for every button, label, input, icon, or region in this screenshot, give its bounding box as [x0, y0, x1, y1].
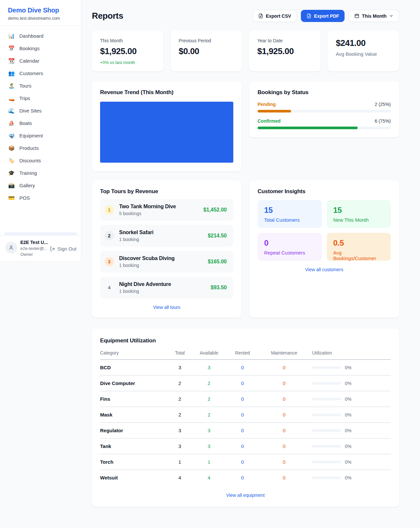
- sailboat-icon: ⛵: [8, 121, 15, 126]
- export-pdf-label: Export PDF: [314, 13, 339, 19]
- stat-card-this-month: This Month $1,925.00 +0% vs last month: [92, 30, 163, 71]
- user-email: e2e-tester@...: [20, 246, 48, 251]
- user-section: E2E Test U... e2e-tester@... Owner Sign …: [0, 235, 81, 261]
- customer-insights-card: Customer Insights 15 Total Customers 15 …: [249, 180, 399, 318]
- table-row: Regulator 3 3 0 0 0%: [100, 423, 391, 438]
- top-tours-card: Top Tours by Revenue 1 Two Tank Morning …: [92, 180, 242, 318]
- file-download-icon: [258, 13, 263, 18]
- sidebar-item-calendar[interactable]: 📆 Calendar: [4, 55, 77, 67]
- utilization-bar: [312, 429, 341, 432]
- table-row: Dive Computer 2 2 0 0 0%: [100, 376, 391, 391]
- insight-value: 15: [333, 206, 385, 215]
- stats-row: This Month $1,925.00 +0% vs last month P…: [92, 30, 399, 71]
- utilization-percent: 0%: [345, 459, 351, 465]
- view-all-customers-link[interactable]: View all customers: [258, 267, 391, 272]
- utilization-bar: [312, 477, 341, 479]
- insight-label: New This Month: [333, 217, 385, 223]
- progress-track: [258, 127, 391, 129]
- tour-bookings: 1 booking: [119, 237, 154, 242]
- cell-rented: 0: [224, 407, 261, 423]
- status-row-confirmed: Confirmed 6 (75%): [258, 118, 391, 129]
- table-row: Torch 1 1 0 0 0%: [100, 454, 391, 470]
- tour-row: 3 Discover Scuba Diving 1 booking $165.0…: [100, 251, 233, 273]
- sidebar-item-products[interactable]: 📦 Products: [4, 142, 77, 154]
- view-all-tours-link[interactable]: View all tours: [100, 305, 233, 310]
- cell-total: 2: [166, 376, 194, 391]
- sidebar-item-discounts[interactable]: 🏷️ Discounts: [4, 155, 77, 166]
- sidebar-item-label: Calendar: [19, 58, 39, 64]
- sidebar-item-label: Customers: [19, 71, 43, 76]
- utilization-percent: 0%: [345, 396, 351, 402]
- cell-maintenance: 0: [261, 470, 307, 486]
- sidebar-item-dive-sites[interactable]: 🌊 Dive Sites: [4, 105, 77, 116]
- cell-category: Torch: [100, 454, 166, 470]
- sidebar-item-equipment[interactable]: 🤿 Equipment: [4, 130, 77, 141]
- stat-label: Year to Date: [257, 38, 312, 43]
- insight-value: 0: [264, 238, 315, 248]
- revenue-trend-chart: [100, 102, 233, 163]
- cell-utilization: 0%: [307, 423, 391, 438]
- utilization-percent: 0%: [345, 412, 351, 417]
- cell-maintenance: 0: [261, 391, 307, 407]
- utilization-percent: 0%: [345, 475, 351, 480]
- tour-bookings: 1 booking: [119, 289, 171, 294]
- stat-value: $0.00: [179, 46, 234, 56]
- cell-total: 3: [166, 438, 194, 454]
- utilization-bar: [312, 398, 341, 400]
- sidebar-item-bookings[interactable]: 📅 Bookings: [4, 43, 77, 54]
- sidebar-item-dashboard[interactable]: 📊 Dashboard: [4, 30, 77, 42]
- cell-category: Dive Computer: [100, 376, 166, 391]
- utilization-percent: 0%: [345, 365, 351, 370]
- status-row-pending: Pending 2 (25%): [258, 102, 391, 112]
- export-csv-button[interactable]: Export CSV: [253, 10, 297, 22]
- cell-rented: 0: [224, 438, 261, 454]
- cell-rented: 0: [224, 376, 261, 391]
- insight-repeat-customers: 0 Repeat Customers: [258, 233, 322, 261]
- table-row: Tank 3 3 0 0 0%: [100, 438, 391, 454]
- sidebar-item-tours[interactable]: 🏝️ Tours: [4, 80, 77, 91]
- cell-available: 2: [194, 391, 224, 407]
- sidebar-item-training[interactable]: 🎓 Training: [4, 167, 77, 179]
- cell-available: 2: [194, 407, 224, 423]
- cell-category: Fins: [100, 391, 166, 407]
- cell-maintenance: 0: [261, 407, 307, 423]
- sidebar-item-reports-active-clipped[interactable]: [4, 232, 77, 235]
- table-row: Fins 2 2 0 0 0%: [100, 391, 391, 407]
- cell-utilization: 0%: [307, 376, 391, 391]
- export-pdf-button[interactable]: Export PDF: [301, 10, 345, 22]
- insight-total-customers: 15 Total Customers: [258, 200, 322, 228]
- tour-name: Discover Scuba Diving: [119, 255, 175, 261]
- cell-category: BCD: [100, 360, 166, 376]
- stat-value: $1,925.00: [100, 46, 155, 56]
- sidebar-item-label: Discounts: [19, 158, 41, 163]
- cell-category: Wetsuit: [100, 470, 166, 486]
- cell-available: 2: [194, 376, 224, 391]
- user-info: E2E Test U... e2e-tester@... Owner: [20, 239, 48, 257]
- rank-badge: 4: [105, 283, 114, 292]
- tour-row: 1 Two Tank Morning Dive 5 bookings $1,45…: [100, 199, 233, 221]
- sidebar-header: Demo Dive Shop demo.test.divestreams.com: [0, 0, 81, 26]
- sidebar-item-label: Bookings: [19, 46, 40, 51]
- cell-total: 1: [166, 454, 194, 470]
- rank-badge: 1: [105, 205, 114, 214]
- sidebar-item-trips[interactable]: 🚤 Trips: [4, 92, 77, 104]
- cell-total: 3: [166, 423, 194, 438]
- sidebar-item-label: Equipment: [19, 133, 43, 138]
- stat-label: Previous Period: [179, 38, 234, 43]
- view-all-equipment-link[interactable]: View all equipment: [100, 493, 391, 498]
- utilization-bar: [312, 414, 341, 416]
- period-select-button[interactable]: This Month: [349, 10, 399, 22]
- graduation-cap-icon: 🎓: [8, 171, 15, 176]
- sidebar-item-customers[interactable]: 👥 Customers: [4, 68, 77, 79]
- cell-rented: 0: [224, 423, 261, 438]
- stat-value: $1,925.00: [257, 46, 312, 56]
- sidebar-item-boats[interactable]: ⛵ Boats: [4, 117, 77, 129]
- stat-delta: +0% vs last month: [100, 60, 155, 65]
- package-icon: 📦: [8, 146, 15, 151]
- sidebar-item-pos[interactable]: 💳 POS: [4, 192, 77, 204]
- insight-value: 15: [264, 206, 315, 215]
- sign-out-button[interactable]: Sign Out: [50, 246, 76, 252]
- diving-mask-icon: 🤿: [8, 133, 15, 138]
- sidebar-item-gallery[interactable]: 📸 Gallery: [4, 180, 77, 191]
- sidebar-item-label: Dashboard: [19, 33, 43, 39]
